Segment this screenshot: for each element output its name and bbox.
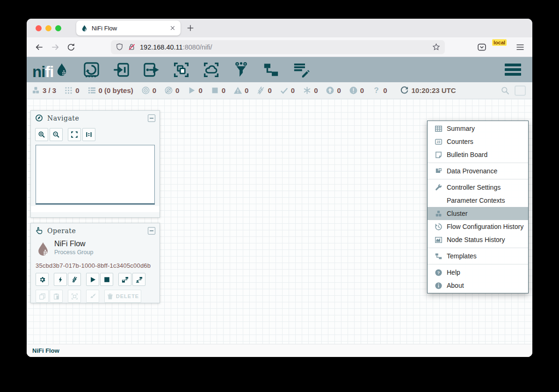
zoom-out-button[interactable] xyxy=(50,128,63,141)
output-port-icon[interactable] xyxy=(143,61,160,78)
shield-icon[interactable] xyxy=(116,43,123,51)
pocket-icon[interactable] xyxy=(477,43,486,52)
url-bar[interactable]: 192.168.40.11:8080/nifi/ xyxy=(111,40,445,54)
threads-icon xyxy=(64,86,73,95)
enable-button[interactable] xyxy=(54,273,67,286)
create-template-button[interactable] xyxy=(118,273,131,286)
url-text[interactable]: 192.168.40.11:8080/nifi/ xyxy=(140,43,432,51)
browser-tab[interactable]: NiFi Flow xyxy=(76,21,181,36)
insecure-lock-icon[interactable] xyxy=(128,43,136,51)
reload-icon[interactable] xyxy=(66,43,76,52)
profile-label: local xyxy=(492,39,507,46)
collapse-operate-button[interactable] xyxy=(148,227,155,235)
bolt-slash-icon xyxy=(71,276,78,283)
configuration-button[interactable] xyxy=(36,273,49,286)
delete-button[interactable]: DELETE xyxy=(104,290,141,303)
browser-window: NiFi Flow 192.168.40.11:8080/nifi/ local xyxy=(27,19,532,357)
fill-color-button[interactable] xyxy=(86,290,99,303)
status-not-transmitting: 0 xyxy=(164,86,179,95)
nifi-app: ni fi 3 / 300 (0 bytes)0000000000?010:20… xyxy=(27,57,532,357)
locally-modified-stale-icon xyxy=(349,86,358,95)
forward-icon[interactable] xyxy=(51,43,60,52)
label-icon[interactable] xyxy=(292,61,310,78)
running-icon xyxy=(187,86,196,95)
back-icon[interactable] xyxy=(35,43,44,52)
copy-button[interactable] xyxy=(36,290,49,303)
tab-strip: NiFi Flow xyxy=(27,19,532,37)
template-icon[interactable] xyxy=(262,61,280,78)
refresh-icon[interactable] xyxy=(400,86,409,95)
disable-button[interactable] xyxy=(68,273,81,286)
window-controls xyxy=(36,25,61,31)
maximize-window-button[interactable] xyxy=(55,25,61,31)
firefox-menu-icon[interactable] xyxy=(515,43,525,52)
global-menu-button[interactable] xyxy=(505,64,521,76)
menu-item-controller-settings[interactable]: Controller Settings xyxy=(428,181,528,194)
disabled-icon xyxy=(256,86,265,95)
status-invalid-value: 0 xyxy=(245,86,248,94)
collapse-navigate-button[interactable] xyxy=(148,114,155,122)
menu-item-help[interactable]: ?Help xyxy=(428,266,528,279)
about-icon xyxy=(435,282,443,290)
group-button[interactable] xyxy=(68,290,81,303)
nifi-logo: ni fi xyxy=(32,61,69,78)
search-icon[interactable] xyxy=(501,86,510,95)
menu-item-cluster[interactable]: Cluster xyxy=(428,207,528,220)
stop-button[interactable] xyxy=(100,273,113,286)
menu-item-summary[interactable]: Summary xyxy=(428,122,528,135)
remote-process-group-icon[interactable] xyxy=(203,61,220,78)
zoom-actual-icon xyxy=(85,131,93,138)
process-group-icon[interactable] xyxy=(173,61,190,78)
stopped-icon xyxy=(211,86,219,95)
menu-item-label: Data Provenance xyxy=(447,167,497,175)
process-group-drop-icon xyxy=(36,240,51,258)
birdseye-view[interactable] xyxy=(36,145,155,205)
menu-item-label: Help xyxy=(447,269,460,276)
sync-failure-icon: ? xyxy=(372,86,381,95)
status-up-to-date: 0 xyxy=(280,86,295,95)
zoom-actual-button[interactable] xyxy=(82,128,95,141)
status-locally-modified-stale-value: 0 xyxy=(360,86,364,94)
status-running-value: 0 xyxy=(198,86,202,94)
flow-canvas[interactable]: Navigate Operate NiFi Flow Proces xyxy=(27,99,532,344)
funnel-icon[interactable] xyxy=(232,61,250,78)
menu-item-bulletin-board[interactable]: Bulletin Board xyxy=(428,148,528,161)
zoom-in-icon xyxy=(38,131,45,138)
processor-icon[interactable] xyxy=(83,61,100,78)
paste-button[interactable] xyxy=(50,290,63,303)
status-connected-nodes: 3 / 3 xyxy=(31,86,56,95)
no-icon xyxy=(435,197,443,205)
status-locally-modified-value: 0 xyxy=(314,86,318,94)
close-tab-icon[interactable] xyxy=(169,25,176,31)
breadcrumb-root[interactable]: NiFi Flow xyxy=(32,347,59,354)
operate-buttons-row2: DELETE xyxy=(36,290,160,303)
operate-title: Operate xyxy=(47,227,148,235)
status-refresh: 10:20:23 UTC xyxy=(400,86,456,95)
menu-item-label: Controller Settings xyxy=(447,184,501,191)
menu-item-counters[interactable]: 23Counters xyxy=(428,135,528,148)
locally-modified-icon xyxy=(303,86,312,95)
menu-item-label: Parameter Contexts xyxy=(447,197,505,204)
input-port-icon[interactable] xyxy=(113,61,130,78)
gear-icon xyxy=(39,276,46,283)
menu-item-data-provenance[interactable]: Data Provenance xyxy=(428,164,528,178)
menu-item-templates[interactable]: Templates xyxy=(428,249,528,263)
delete-label: DELETE xyxy=(116,293,139,299)
close-window-button[interactable] xyxy=(36,25,42,31)
zoom-fit-button[interactable] xyxy=(68,128,81,141)
flow-id: 35cbd3b7-017b-1000-8bff-1c3405c00d6b xyxy=(36,262,160,269)
start-button[interactable] xyxy=(86,273,99,286)
upload-template-button[interactable] xyxy=(132,273,145,286)
menu-item-parameter-contexts[interactable]: Parameter Contexts xyxy=(428,194,528,207)
zoom-in-button[interactable] xyxy=(35,128,48,141)
menu-divider xyxy=(428,163,528,163)
menu-item-about[interactable]: About xyxy=(428,279,528,292)
menu-item-node-status-history[interactable]: Node Status History xyxy=(428,233,528,246)
minimize-window-button[interactable] xyxy=(45,25,51,31)
navigate-panel: Navigate xyxy=(30,110,160,218)
profile-avatar[interactable]: local xyxy=(495,41,507,53)
bookmark-star-icon[interactable] xyxy=(432,43,440,51)
browser-navbar: 192.168.40.11:8080/nifi/ local xyxy=(27,37,532,57)
menu-item-flow-configuration-history[interactable]: Flow Configuration History xyxy=(428,220,528,233)
new-tab-button[interactable] xyxy=(186,23,195,33)
